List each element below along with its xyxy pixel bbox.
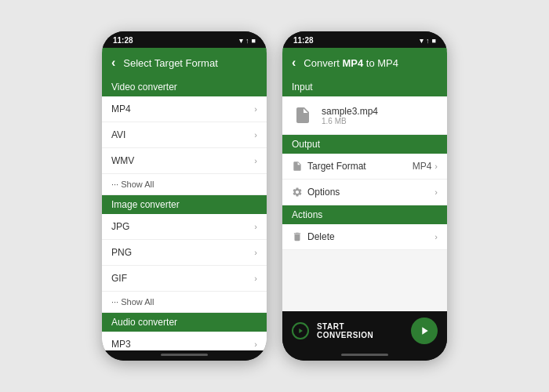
- left-top-bar: ‹ Select Target Format: [102, 48, 267, 78]
- right-time: 11:28: [293, 36, 314, 45]
- output-section-header: Output: [282, 135, 447, 154]
- video-section-header: Video converter: [102, 78, 267, 96]
- target-format-row[interactable]: Target Format MP4 ›: [282, 154, 447, 180]
- list-item-png[interactable]: PNG ›: [102, 240, 267, 266]
- avi-chevron: ›: [254, 130, 257, 140]
- right-wifi-icon: ↑: [426, 37, 430, 45]
- start-label: START CONVERSION: [317, 322, 403, 339]
- right-status-bar: 11:28 ▾ ↑ ■: [282, 31, 447, 48]
- start-circle-small: [292, 322, 309, 339]
- target-format-left: Target Format: [292, 161, 366, 172]
- image-section-header: Image converter: [102, 195, 267, 214]
- wmv-label: WMV: [111, 155, 134, 166]
- wmv-chevron: ›: [254, 156, 257, 165]
- file-icon: [292, 104, 314, 126]
- list-item-jpg[interactable]: JPG ›: [102, 214, 267, 240]
- mp3-label: MP3: [111, 339, 131, 350]
- gif-chevron: ›: [254, 274, 257, 283]
- video-show-all[interactable]: ··· Show All: [102, 174, 267, 195]
- mp4-label: MP4: [111, 103, 131, 114]
- right-home-bar: [341, 354, 388, 356]
- avi-label: AVI: [111, 129, 125, 140]
- list-item-wmv[interactable]: WMV ›: [102, 148, 267, 174]
- options-icon: [292, 187, 303, 198]
- left-status-bar: 11:28 ▾ ↑ ■: [102, 31, 267, 48]
- left-back-button[interactable]: ‹: [111, 56, 115, 70]
- actions-section-header: Actions: [282, 205, 447, 224]
- start-circle-large[interactable]: [411, 318, 438, 344]
- target-format-right: MP4 ›: [413, 161, 438, 172]
- battery-icon: ■: [252, 37, 256, 45]
- jpg-chevron: ›: [254, 222, 257, 231]
- image-show-all[interactable]: ··· Show All: [102, 292, 267, 313]
- list-item-mp3[interactable]: MP3 ›: [102, 332, 267, 350]
- left-status-icons: ▾ ↑ ■: [239, 37, 256, 45]
- signal-icon: ▾: [239, 37, 243, 45]
- options-left: Options: [292, 187, 340, 198]
- right-signal-icon: ▾: [420, 37, 424, 45]
- right-title: Convert MP4 to MP4: [304, 57, 398, 69]
- options-row[interactable]: Options ›: [282, 180, 447, 205]
- left-time: 11:28: [113, 36, 133, 45]
- wifi-icon: ↑: [245, 37, 249, 45]
- file-name: sample3.mp4: [322, 106, 378, 117]
- delete-icon: [292, 231, 303, 242]
- delete-label: Delete: [307, 231, 335, 242]
- right-back-button[interactable]: ‹: [292, 56, 296, 70]
- options-chevron: ›: [434, 187, 438, 197]
- right-battery-icon: ■: [432, 37, 436, 45]
- delete-row[interactable]: Delete ›: [282, 224, 447, 250]
- png-label: PNG: [111, 247, 132, 258]
- png-chevron: ›: [254, 248, 257, 257]
- target-format-chevron: ›: [434, 162, 438, 171]
- right-top-bar: ‹ Convert MP4 to MP4: [282, 48, 447, 78]
- jpg-label: JPG: [111, 221, 129, 232]
- options-label: Options: [307, 187, 340, 198]
- left-phone-content: ‹ Select Target Format Video converter M…: [102, 48, 267, 350]
- mp3-chevron: ›: [254, 339, 257, 349]
- file-info: sample3.mp4 1.6 MB: [322, 106, 378, 125]
- play-icon-small: [296, 327, 304, 335]
- input-section-header: Input: [282, 78, 447, 96]
- list-item-gif[interactable]: GIF ›: [102, 266, 267, 292]
- right-home-indicator: [282, 350, 447, 361]
- gif-label: GIF: [111, 273, 127, 284]
- target-format-label: Target Format: [307, 161, 366, 172]
- input-file-row: sample3.mp4 1.6 MB: [282, 96, 447, 135]
- delete-chevron: ›: [434, 232, 438, 241]
- right-phone: 11:28 ▾ ↑ ■ ‹ Convert MP4 to MP4 Input: [282, 31, 447, 361]
- file-size: 1.6 MB: [322, 117, 378, 125]
- mp4-chevron: ›: [254, 104, 257, 114]
- delete-left: Delete: [292, 231, 335, 242]
- right-status-icons: ▾ ↑ ■: [420, 37, 436, 45]
- left-home-indicator: [102, 350, 267, 361]
- play-icon-large: [418, 325, 431, 337]
- target-format-icon: [292, 161, 303, 172]
- right-phone-content: ‹ Convert MP4 to MP4 Input sample3.mp4 1…: [282, 48, 447, 311]
- left-home-bar: [161, 354, 208, 356]
- left-title: Select Target Format: [123, 57, 217, 69]
- left-phone: 11:28 ▾ ↑ ■ ‹ Select Target Format Video…: [102, 31, 267, 361]
- target-format-value: MP4: [413, 161, 432, 172]
- audio-section-header: Audio converter: [102, 313, 267, 332]
- page-wrapper: 11:28 ▾ ↑ ■ ‹ Select Target Format Video…: [86, 16, 463, 376]
- start-conversion-bar[interactable]: START CONVERSION: [282, 311, 447, 350]
- list-item-mp4[interactable]: MP4 ›: [102, 96, 267, 122]
- list-item-avi[interactable]: AVI ›: [102, 122, 267, 148]
